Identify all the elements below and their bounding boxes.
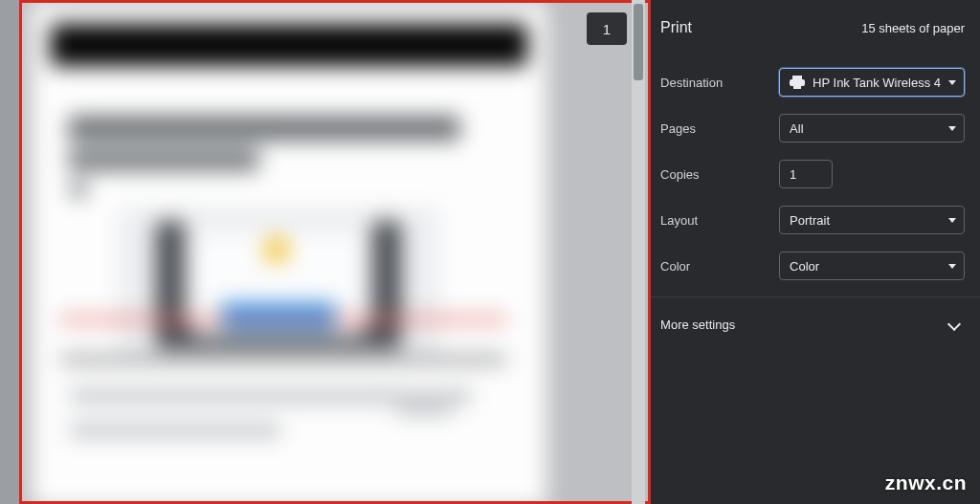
pages-label: Pages bbox=[660, 121, 779, 136]
page-number-badge: 1 bbox=[587, 12, 627, 45]
print-settings-sidebar: Print 15 sheets of paper Destination HP … bbox=[645, 0, 980, 504]
pages-select[interactable]: All bbox=[779, 114, 965, 142]
more-settings-toggle[interactable]: More settings bbox=[660, 297, 965, 351]
sheet-count: 15 sheets of paper bbox=[861, 21, 965, 35]
copies-input[interactable] bbox=[779, 160, 833, 188]
more-settings-label: More settings bbox=[660, 318, 735, 332]
color-select[interactable]: Color bbox=[779, 252, 965, 280]
color-value: Color bbox=[790, 259, 941, 274]
preview-page bbox=[32, 3, 546, 504]
chevron-down-icon bbox=[948, 264, 956, 269]
printer-icon bbox=[790, 76, 805, 89]
print-preview-pane: 1 bbox=[0, 0, 645, 504]
copies-label: Copies bbox=[660, 167, 779, 182]
preview-page-bounds: 1 bbox=[19, 0, 651, 504]
chevron-down-icon bbox=[948, 126, 956, 131]
chevron-down-icon bbox=[947, 318, 961, 331]
chevron-down-icon bbox=[948, 80, 956, 85]
preview-scrollbar-thumb[interactable] bbox=[634, 4, 643, 80]
pages-value: All bbox=[790, 121, 941, 136]
chevron-down-icon bbox=[948, 218, 956, 223]
layout-select[interactable]: Portrait bbox=[779, 206, 965, 234]
sidebar-title: Print bbox=[660, 19, 692, 36]
destination-value: HP Ink Tank Wireless 4 bbox=[813, 76, 941, 90]
destination-select[interactable]: HP Ink Tank Wireless 4 bbox=[779, 68, 965, 97]
color-label: Color bbox=[660, 259, 779, 274]
destination-label: Destination bbox=[660, 76, 779, 90]
layout-label: Layout bbox=[660, 213, 779, 228]
preview-scrollbar[interactable] bbox=[632, 0, 645, 504]
layout-value: Portrait bbox=[790, 213, 941, 228]
